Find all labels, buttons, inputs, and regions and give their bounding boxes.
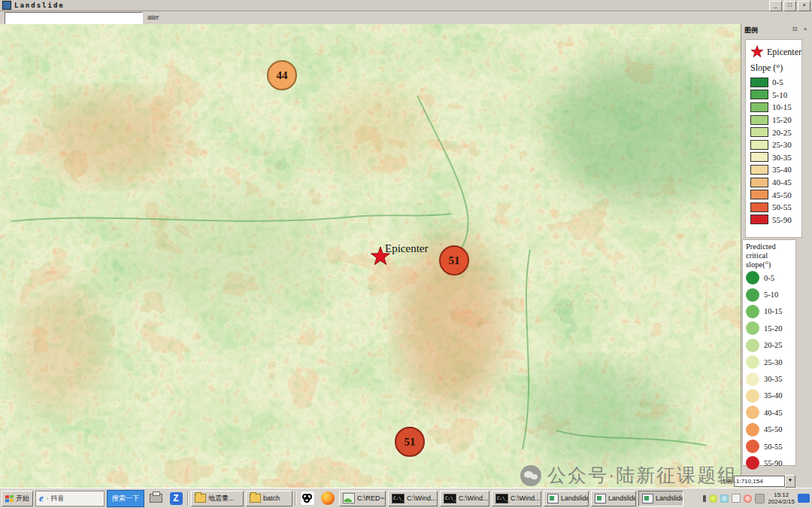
task-label: Landslide bbox=[656, 494, 683, 502]
layer-combobox[interactable] bbox=[5, 12, 143, 24]
folder-icon bbox=[195, 494, 206, 503]
legend-panel-header: 图例 ⊡ × bbox=[741, 24, 812, 36]
close-button[interactable]: × bbox=[798, 1, 810, 11]
slope-legend-item: 25-30 bbox=[750, 138, 801, 151]
task-folder-batch[interactable]: batch bbox=[246, 491, 292, 506]
title-bar: Landslide _ □ × bbox=[0, 0, 812, 11]
slope-range-label: 5-10 bbox=[772, 90, 787, 99]
slope-legend-item: 10-15 bbox=[750, 101, 801, 114]
critical-range-label: 30-35 bbox=[764, 375, 783, 383]
taskbar: 开始 e · 抖音 搜索一下 Z 地震量... batch C:\RED~-..… bbox=[0, 488, 812, 508]
critical-range-label: 40-45 bbox=[764, 409, 783, 417]
slope-legend-item: 35-40 bbox=[750, 163, 801, 176]
critical-range-label: 25-30 bbox=[764, 358, 783, 367]
scale-value[interactable]: 1:710,154 bbox=[734, 476, 785, 487]
critical-color-circle bbox=[746, 305, 759, 318]
slope-range-label: 15-20 bbox=[772, 115, 792, 124]
printer-icon[interactable] bbox=[147, 491, 165, 506]
slope-color-swatch bbox=[750, 90, 768, 99]
task-landslide-2[interactable]: Landslide bbox=[591, 491, 636, 506]
maximize-button[interactable]: □ bbox=[783, 1, 796, 11]
start-button[interactable]: 开始 bbox=[2, 491, 33, 506]
critical-legend-title-line2: slope(°) bbox=[746, 260, 795, 269]
legend-epicenter-star-icon bbox=[750, 44, 764, 60]
task-label: 地震量... bbox=[208, 494, 235, 503]
slope-legend-title: Slope (°) bbox=[750, 62, 801, 74]
critical-color-circle bbox=[746, 288, 759, 302]
toolbar-tail-text: ater bbox=[147, 14, 159, 21]
z-app-icon[interactable]: Z bbox=[167, 491, 185, 506]
task-folder-earthquake[interactable]: 地震量... bbox=[191, 491, 244, 506]
task-label: Landslide bbox=[608, 494, 636, 502]
slope-range-label: 30-35 bbox=[772, 153, 792, 162]
slope-color-swatch bbox=[750, 152, 768, 162]
slope-legend-item: 45-50 bbox=[750, 188, 801, 201]
tray-security-icon[interactable] bbox=[709, 494, 717, 503]
task-landslide-1[interactable]: Landslide bbox=[544, 491, 589, 506]
input-method-icon[interactable] bbox=[798, 494, 810, 503]
panel-close-icon[interactable]: × bbox=[801, 26, 810, 34]
critical-range-label: 15-20 bbox=[764, 324, 783, 333]
minimize-button[interactable]: _ bbox=[769, 1, 782, 11]
clock-time: 15:12 bbox=[768, 491, 795, 498]
task-label: C:\Wind... bbox=[459, 494, 489, 502]
tray-app-icon[interactable] bbox=[720, 494, 729, 503]
tray-flag-icon[interactable] bbox=[732, 494, 741, 503]
critical-color-circle bbox=[746, 406, 759, 419]
task-landslide-3[interactable]: Landslide bbox=[638, 491, 683, 506]
slope-color-swatch bbox=[750, 140, 768, 150]
critical-color-circle bbox=[746, 456, 759, 470]
critical-range-label: 20-25 bbox=[764, 341, 783, 349]
task-cmd-1[interactable]: C:\_ C:\Wind... bbox=[388, 491, 438, 506]
critical-legend-item: 5-10 bbox=[746, 286, 795, 303]
clock-date: 2024/2/15 bbox=[768, 498, 795, 505]
task-cmd-2[interactable]: C:\_ C:\Wind... bbox=[440, 491, 489, 506]
search-button[interactable]: 搜索一下 bbox=[107, 490, 144, 507]
scale-dropdown-arrow-icon[interactable]: ▼ bbox=[785, 475, 795, 488]
firefox-icon[interactable] bbox=[319, 491, 337, 506]
legend-panel: 图例 ⊡ × Epicenter Slope (°) 0-55-1010-151… bbox=[741, 24, 812, 488]
critical-range-label: 35-40 bbox=[764, 391, 783, 400]
slope-range-label: 40-45 bbox=[772, 178, 792, 187]
slope-legend-item: 50-55 bbox=[750, 201, 801, 214]
slope-legend-items: 0-55-1010-1515-2020-2525-3030-3535-4040-… bbox=[750, 76, 801, 226]
pin-icon[interactable]: ⊡ bbox=[790, 26, 799, 34]
slope-color-swatch bbox=[750, 115, 768, 125]
system-tray: 15:12 2024/2/15 bbox=[703, 491, 812, 505]
critical-legend-items: 0-55-1010-1515-2020-2525-3030-3535-4040-… bbox=[746, 269, 795, 472]
critical-legend-item: 35-40 bbox=[746, 388, 795, 404]
slope-color-swatch bbox=[750, 102, 768, 112]
slope-range-label: 20-25 bbox=[772, 128, 792, 137]
critical-range-label: 55-90 bbox=[764, 459, 783, 467]
window-app-icon bbox=[595, 494, 606, 503]
task-red-app[interactable]: C:\RED~-... bbox=[339, 491, 386, 506]
critical-legend-item: 30-35 bbox=[746, 370, 795, 387]
slope-range-label: 45-50 bbox=[772, 190, 792, 199]
taskbar-search-field[interactable]: e · 抖音 bbox=[35, 491, 105, 506]
slope-range-label: 35-40 bbox=[772, 165, 792, 174]
circles-app-icon[interactable] bbox=[298, 491, 317, 506]
map-view[interactable]: 445151 Epicenter bbox=[0, 24, 741, 488]
slope-legend: Epicenter Slope (°) 0-55-1010-1515-2020-… bbox=[745, 39, 802, 238]
critical-color-circle bbox=[746, 321, 759, 335]
slope-color-swatch bbox=[750, 214, 768, 224]
slope-legend-item: 55-90 bbox=[750, 214, 801, 227]
taskbar-clock[interactable]: 15:12 2024/2/15 bbox=[768, 491, 795, 505]
command-prompt-icon: C:\_ bbox=[495, 494, 508, 503]
scale-control: 比例 1:710,154 ▼ bbox=[720, 475, 795, 488]
task-cmd-3[interactable]: C:\_ C:\Wind... bbox=[492, 491, 541, 506]
slope-legend-item: 30-35 bbox=[750, 151, 801, 164]
ie-icon: e bbox=[39, 492, 44, 504]
slope-range-label: 50-55 bbox=[772, 202, 792, 211]
toolbar: ater bbox=[0, 11, 812, 25]
tray-hide-icon[interactable] bbox=[703, 495, 706, 502]
tray-monitor-icon[interactable] bbox=[755, 494, 765, 503]
legend-panel-title: 图例 bbox=[744, 26, 758, 35]
windows-logo-icon bbox=[5, 494, 14, 502]
slope-range-label: 55-90 bbox=[772, 215, 792, 224]
command-prompt-icon: C:\_ bbox=[444, 494, 456, 503]
tray-alert-icon[interactable] bbox=[744, 494, 752, 503]
window-title: Landslide bbox=[14, 2, 65, 9]
slope-range-label: 25-30 bbox=[772, 140, 792, 149]
prediction-value: 44 bbox=[277, 69, 289, 81]
